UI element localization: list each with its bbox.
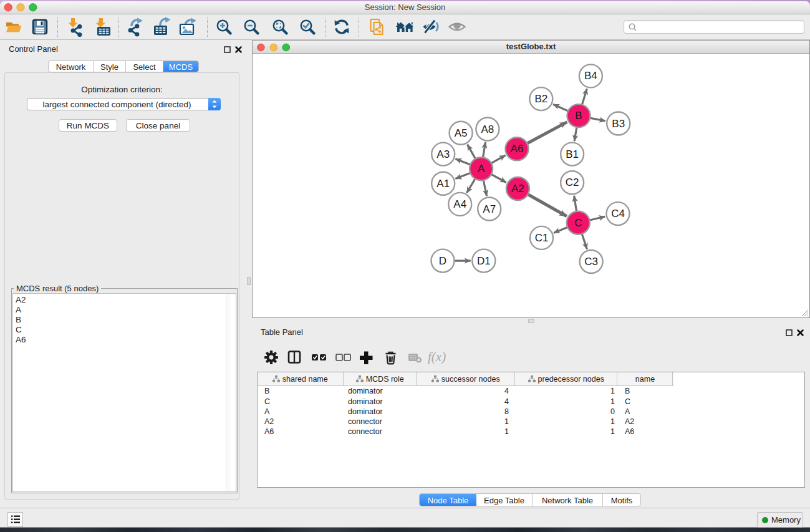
- svg-text:C2: C2: [566, 177, 579, 188]
- svg-text:C4: C4: [611, 208, 625, 220]
- svg-text:C1: C1: [535, 232, 549, 244]
- svg-text:f(x): f(x): [428, 349, 446, 364]
- svg-text:C3: C3: [584, 256, 598, 268]
- svg-text:A3: A3: [436, 148, 450, 160]
- svg-text:B: B: [575, 110, 582, 122]
- svg-text:C: C: [574, 217, 582, 229]
- svg-text:B3: B3: [612, 118, 625, 130]
- svg-text:A6: A6: [511, 143, 524, 155]
- svg-text:A7: A7: [483, 203, 496, 215]
- svg-text:B4: B4: [584, 70, 597, 82]
- svg-text:A: A: [478, 163, 485, 175]
- svg-text:B1: B1: [566, 148, 579, 160]
- svg-text:A5: A5: [455, 127, 468, 139]
- svg-text:A8: A8: [481, 123, 494, 135]
- svg-text:D: D: [439, 255, 446, 267]
- svg-text:B2: B2: [534, 93, 547, 105]
- svg-text:A1: A1: [436, 178, 450, 190]
- svg-text:A4: A4: [453, 198, 466, 210]
- svg-text:D1: D1: [477, 255, 491, 267]
- svg-text:A2: A2: [511, 183, 524, 195]
